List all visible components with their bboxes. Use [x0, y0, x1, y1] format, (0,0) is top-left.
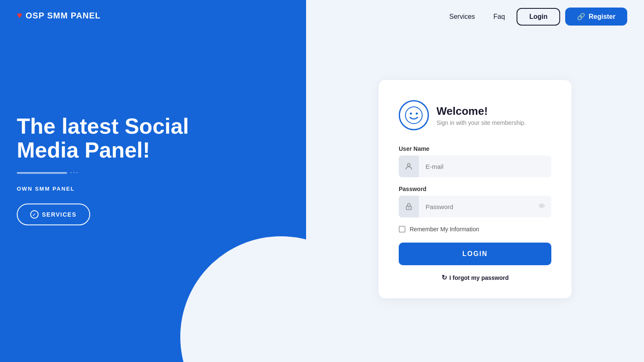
- right-panel: Services Faq Login 🔗 Register: [306, 0, 644, 362]
- eye-icon[interactable]: [532, 202, 551, 211]
- forgot-password-link[interactable]: ↻ I forgot my password: [399, 274, 551, 282]
- heart-icon: ♥: [17, 10, 22, 21]
- hero-content: The latest Social Media Panel! OWN SMM P…: [17, 114, 252, 225]
- card-header-text: Welcome! Sign in with your site membersh…: [436, 105, 526, 126]
- nav-register-button[interactable]: 🔗 Register: [565, 8, 627, 26]
- logo: ♥ OSP SMM PANEL: [17, 10, 289, 21]
- lock-icon: [399, 196, 419, 217]
- svg-point-1: [410, 113, 412, 115]
- services-button[interactable]: ✓ SERVICES: [17, 204, 90, 225]
- services-icon: ✓: [30, 210, 39, 219]
- user-icon: [399, 155, 419, 177]
- password-input-group: [399, 196, 551, 217]
- email-input[interactable]: [419, 157, 551, 176]
- svg-point-2: [416, 113, 418, 115]
- navigation: Services Faq Login 🔗 Register: [306, 0, 644, 33]
- password-label: Password: [399, 186, 551, 192]
- password-input[interactable]: [419, 197, 532, 216]
- svg-point-5: [408, 207, 410, 209]
- register-icon: 🔗: [577, 13, 585, 21]
- svg-point-7: [541, 205, 543, 207]
- remember-label: Remember My Information: [410, 226, 479, 233]
- svg-point-3: [408, 163, 410, 166]
- services-button-label: SERVICES: [42, 211, 77, 218]
- nav-faq-link[interactable]: Faq: [487, 10, 512, 24]
- smiley-icon: [399, 100, 429, 130]
- brand-name: OSP SMM PANEL: [26, 11, 101, 21]
- left-panel: ♥ OSP SMM PANEL The latest Social Media …: [0, 0, 306, 362]
- username-input-group: [399, 155, 551, 177]
- forgot-password-text: I forgot my password: [449, 274, 509, 281]
- hero-title: The latest Social Media Panel!: [17, 114, 252, 162]
- welcome-title: Welcome!: [436, 105, 526, 118]
- tagline: OWN SMM PANEL: [17, 186, 252, 192]
- refresh-icon: ↻: [441, 274, 447, 282]
- divider: [17, 172, 67, 174]
- welcome-subtitle: Sign in with your site membership.: [436, 119, 526, 126]
- curve-decoration: [180, 236, 306, 362]
- nav-login-button[interactable]: Login: [517, 8, 560, 26]
- username-label: User Name: [399, 145, 551, 152]
- login-card: Welcome! Sign in with your site membersh…: [379, 80, 571, 298]
- remember-row: Remember My Information: [399, 226, 551, 233]
- register-label: Register: [589, 13, 615, 21]
- svg-point-0: [405, 107, 422, 124]
- card-header: Welcome! Sign in with your site membersh…: [399, 100, 551, 130]
- remember-checkbox[interactable]: [399, 226, 405, 233]
- login-button[interactable]: LOGIN: [399, 243, 551, 265]
- nav-services-link[interactable]: Services: [442, 10, 481, 24]
- login-card-wrapper: Welcome! Sign in with your site membersh…: [306, 33, 644, 362]
